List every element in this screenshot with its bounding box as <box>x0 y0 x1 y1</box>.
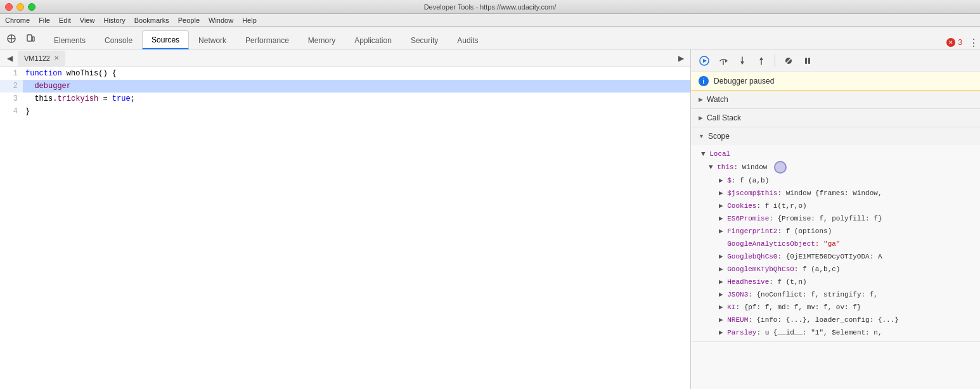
tab-performance[interactable]: Performance <box>236 30 299 49</box>
toolbar-divider-1 <box>775 54 775 67</box>
watch-label: Watch <box>707 95 728 104</box>
menu-window[interactable]: Window <box>209 16 233 24</box>
code-area[interactable]: 1 function whoThis() { 2 debugger 3 this… <box>0 67 690 389</box>
scope-header[interactable]: ▼ Scope <box>691 127 980 145</box>
file-close-button[interactable]: ✕ <box>54 54 59 61</box>
debugger-toolbar <box>691 49 980 72</box>
cursor-indicator <box>774 161 787 174</box>
tab-audits[interactable]: Audits <box>448 30 487 49</box>
scope-scroll-area[interactable]: ▼ this: Window ▶ $: f (a,b) ▶ $j <box>691 160 980 339</box>
menu-edit[interactable]: Edit <box>59 16 71 24</box>
app-menu-bar: Chrome File Edit View History Bookmarks … <box>0 14 980 27</box>
main-content: ◀ VM1122 ✕ ▶ 1 function whoThis() { 2 de… <box>0 49 980 389</box>
scope-item-google-b[interactable]: ▶ GooglebQhCs0: {0jE1MTE50DcyOTIyODA: A <box>691 250 980 263</box>
menu-help[interactable]: Help <box>242 16 257 24</box>
scope-item-this[interactable]: ▼ this: Window <box>691 160 980 174</box>
device-icon[interactable] <box>22 31 39 46</box>
tab-sources[interactable]: Sources <box>142 30 189 49</box>
scope-label: Scope <box>708 132 730 141</box>
scope-local-label: Local <box>709 150 730 158</box>
tab-console[interactable]: Console <box>95 30 142 49</box>
devtools-container: Elements Console Sources Network Perform… <box>0 27 980 389</box>
menu-bookmarks[interactable]: Bookmarks <box>134 16 169 24</box>
step-over-button[interactable] <box>715 53 732 69</box>
call-stack-triangle: ▶ <box>699 115 703 121</box>
debugger-notice: i Debugger paused <box>691 72 980 91</box>
notice-icon: i <box>699 76 709 86</box>
svg-marker-7 <box>725 59 728 63</box>
traffic-lights <box>5 3 35 11</box>
scope-item-google-m[interactable]: ▶ GooglemKTybQhCs0: f (a,b,c) <box>691 263 980 276</box>
watch-header[interactable]: ▶ Watch <box>691 91 980 108</box>
scope-item-headhesive[interactable]: ▶ Headhesive: f (t,n) <box>691 276 980 288</box>
error-count: 3 <box>958 38 962 47</box>
code-line-4: 4 } <box>0 105 690 118</box>
scope-item-parsley[interactable]: ▶ Parsley: u {__id__: "1", $element: n, <box>691 326 980 339</box>
call-stack-section: ▶ Call Stack <box>691 109 980 127</box>
menu-people[interactable]: People <box>178 16 200 24</box>
tab-application[interactable]: Application <box>345 30 401 49</box>
pause-on-exceptions-button[interactable] <box>799 53 816 69</box>
svg-rect-4 <box>32 37 34 41</box>
tab-bar: Elements Console Sources Network Perform… <box>0 27 980 49</box>
file-tab-bar: ◀ VM1122 ✕ ▶ <box>0 49 690 67</box>
error-icon: ✕ <box>946 38 955 47</box>
inspect-icon[interactable] <box>3 31 20 46</box>
menu-view[interactable]: View <box>80 16 95 24</box>
tab-memory[interactable]: Memory <box>299 30 345 49</box>
call-stack-header[interactable]: ▶ Call Stack <box>691 109 980 127</box>
scope-item-fingerprint2[interactable]: ▶ Fingerprint2: f (options) <box>691 225 980 238</box>
code-line-2: 2 debugger <box>0 80 690 92</box>
svg-rect-16 <box>808 58 810 64</box>
code-line-3: 3 this.trickyish = true; <box>0 92 690 105</box>
scope-item-cookies[interactable]: ▶ Cookies: f i(t,r,o) <box>691 200 980 212</box>
scope-item-ki[interactable]: ▶ KI: {pf: f, md: f, mv: f, ov: f} <box>691 301 980 314</box>
tab-network[interactable]: Network <box>189 30 236 49</box>
menu-history[interactable]: History <box>103 16 125 24</box>
debugger-panel: i Debugger paused ▶ Watch ▶ Call Stack <box>691 49 980 389</box>
minimize-button[interactable] <box>16 3 24 11</box>
scope-local-header[interactable]: ▼ Local <box>691 148 980 160</box>
scope-triangle: ▼ <box>699 133 704 139</box>
tab-elements[interactable]: Elements <box>44 30 95 49</box>
svg-rect-15 <box>805 58 807 64</box>
deactivate-breakpoints-button[interactable] <box>780 53 797 69</box>
scope-item-dollar[interactable]: ▶ $: f (a,b) <box>691 174 980 187</box>
watch-triangle: ▶ <box>699 96 703 103</box>
file-tab-vm1122[interactable]: VM1122 ✕ <box>18 51 65 66</box>
window-title: Developer Tools - https://www.udacity.co… <box>424 3 557 11</box>
scope-item-nreum[interactable]: ▶ NREUM: {info: {...}, loader_config: {.… <box>691 314 980 326</box>
menu-file[interactable]: File <box>39 16 50 24</box>
svg-marker-12 <box>759 57 763 60</box>
resume-button[interactable] <box>696 53 712 69</box>
close-button[interactable] <box>5 3 13 11</box>
scope-item-jscomp[interactable]: ▶ $jscomp$this: Window {frames: Window, <box>691 187 980 200</box>
code-line-1: 1 function whoThis() { <box>0 67 690 80</box>
error-badge: ✕ 3 ⋮ <box>946 36 980 49</box>
watch-section: ▶ Watch <box>691 91 980 109</box>
file-tab-name: VM1122 <box>24 54 50 62</box>
svg-marker-6 <box>703 59 707 63</box>
step-into-button[interactable] <box>734 53 751 69</box>
title-bar: Developer Tools - https://www.udacity.co… <box>0 0 980 14</box>
scope-item-ga-object[interactable]: ▶ GoogleAnalyticsObject: "ga" <box>691 238 980 250</box>
svg-marker-10 <box>740 61 744 65</box>
tab-security[interactable]: Security <box>401 30 448 49</box>
run-snippet-button[interactable]: ▶ <box>674 51 688 65</box>
menu-chrome[interactable]: Chrome <box>5 16 30 24</box>
maximize-button[interactable] <box>28 3 35 11</box>
nav-icon-group <box>3 31 39 49</box>
scope-content: ▼ Local ▼ this: Window ▶ <box>691 145 980 341</box>
call-stack-label: Call Stack <box>707 113 741 122</box>
more-button[interactable]: ⋮ <box>967 36 980 49</box>
back-button[interactable]: ◀ <box>3 51 16 65</box>
step-out-button[interactable] <box>753 53 770 69</box>
source-panel: ◀ VM1122 ✕ ▶ 1 function whoThis() { 2 de… <box>0 49 691 389</box>
debugger-notice-text: Debugger paused <box>714 77 774 86</box>
scope-section: ▼ Scope ▼ Local ▼ this: Window <box>691 127 980 342</box>
scope-item-es6promise[interactable]: ▶ ES6Promise: {Promise: f, polyfill: f} <box>691 212 980 225</box>
scope-item-json3[interactable]: ▶ JSON3: {noConflict: f, stringify: f, <box>691 288 980 301</box>
svg-rect-3 <box>27 35 32 41</box>
